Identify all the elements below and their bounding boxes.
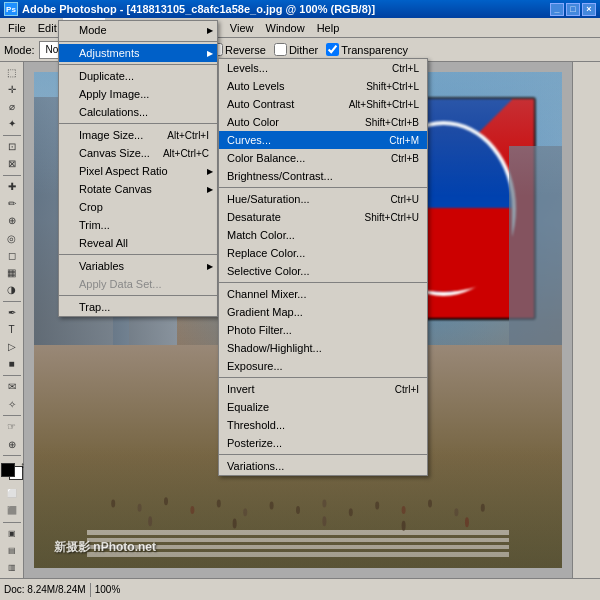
tool-magic-wand[interactable]: ✦ — [2, 115, 22, 131]
tool-dodge[interactable]: ◑ — [2, 281, 22, 297]
menu-item-canvas-size[interactable]: Canvas Size... Alt+Ctrl+C — [59, 144, 217, 162]
tool-eraser[interactable]: ◻ — [2, 247, 22, 263]
tool-screen-mode-2[interactable]: ▤ — [2, 543, 22, 559]
submenu-levels[interactable]: Levels... Ctrl+L — [219, 59, 427, 77]
title-bar: Ps Adobe Photoshop - [418813105_c8afc1a5… — [0, 0, 600, 18]
maximize-button[interactable]: □ — [566, 3, 580, 16]
tool-gradient[interactable]: ▦ — [2, 264, 22, 280]
submenu-curves[interactable]: Curves... Ctrl+M — [219, 131, 427, 149]
tool-quickmask-on[interactable]: ⬛ — [2, 502, 22, 518]
tool-slice[interactable]: ⊠ — [2, 156, 22, 172]
svg-point-6 — [270, 502, 274, 510]
submenu-replace-color[interactable]: Replace Color... — [219, 244, 427, 262]
submenu-posterize[interactable]: Posterize... — [219, 434, 427, 452]
building-3 — [509, 146, 562, 344]
toolbar-separator-4 — [3, 375, 21, 376]
menu-view[interactable]: View — [224, 18, 260, 38]
menu-item-pixel-aspect[interactable]: Pixel Aspect Ratio — [59, 162, 217, 180]
tool-hand[interactable]: ☞ — [2, 419, 22, 435]
tool-history[interactable]: ◎ — [2, 230, 22, 246]
tool-notes[interactable]: ✉ — [2, 379, 22, 395]
tool-shape[interactable]: ■ — [2, 356, 22, 372]
submenu-auto-color[interactable]: Auto Color Shift+Ctrl+B — [219, 113, 427, 131]
submenu-invert[interactable]: Invert Ctrl+I — [219, 380, 427, 398]
tool-zoom[interactable]: ⊕ — [2, 436, 22, 452]
submenu-variations[interactable]: Variations... — [219, 457, 427, 475]
status-bar: Doc: 8.24M/8.24M 100% — [0, 578, 600, 600]
status-zoom: 100% — [95, 584, 121, 595]
menu-item-trap[interactable]: Trap... — [59, 298, 217, 316]
tool-lasso[interactable]: ⌀ — [2, 98, 22, 114]
tool-screen-mode[interactable]: ▣ — [2, 525, 22, 541]
menu-item-reveal-all[interactable]: Reveal All — [59, 234, 217, 252]
submenu-color-balance[interactable]: Color Balance... Ctrl+B — [219, 149, 427, 167]
submenu-selective-color[interactable]: Selective Color... — [219, 262, 427, 280]
menu-item-variables[interactable]: Variables — [59, 257, 217, 275]
submenu-auto-contrast[interactable]: Auto Contrast Alt+Shift+Ctrl+L — [219, 95, 427, 113]
menu-item-apply-data[interactable]: Apply Data Set... — [59, 275, 217, 293]
submenu-auto-levels[interactable]: Auto Levels Shift+Ctrl+L — [219, 77, 427, 95]
reverse-option[interactable]: Reverse — [210, 43, 266, 56]
submenu-hue-saturation[interactable]: Hue/Saturation... Ctrl+U — [219, 190, 427, 208]
menu-help[interactable]: Help — [311, 18, 346, 38]
tool-screen-mode-3[interactable]: ▥ — [2, 560, 22, 576]
menu-item-rotate-canvas[interactable]: Rotate Canvas — [59, 180, 217, 198]
status-right: 100% — [95, 584, 121, 595]
menu-item-trim[interactable]: Trim... — [59, 216, 217, 234]
dither-option[interactable]: Dither — [274, 43, 318, 56]
transparency-option[interactable]: Transparency — [326, 43, 408, 56]
toolbar: ⬚ ✛ ⌀ ✦ ⊡ ⊠ ✚ ✏ ⊕ ◎ ◻ ▦ ◑ ✒ T ▷ ■ ✉ ✧ ☞ … — [0, 62, 24, 578]
close-button[interactable]: × — [582, 3, 596, 16]
submenu-brightness-contrast[interactable]: Brightness/Contrast... — [219, 167, 427, 185]
transparency-checkbox[interactable] — [326, 43, 339, 56]
title-text: Adobe Photoshop - [418813105_c8afc1a58e_… — [22, 3, 375, 15]
menu-item-mode[interactable]: Mode — [59, 21, 217, 39]
submenu-desaturate[interactable]: Desaturate Shift+Ctrl+U — [219, 208, 427, 226]
minimize-button[interactable]: _ — [550, 3, 564, 16]
submenu-equalize[interactable]: Equalize — [219, 398, 427, 416]
tool-quickmask-off[interactable]: ⬜ — [2, 485, 22, 501]
image-menu-dropdown[interactable]: Mode Adjustments Duplicate... Apply Imag… — [58, 20, 218, 317]
dropdown-sep — [59, 41, 217, 42]
tool-eyedropper[interactable]: ✧ — [2, 396, 22, 412]
submenu-shadow-highlight[interactable]: Shadow/Highlight... — [219, 339, 427, 357]
submenu-channel-mixer[interactable]: Channel Mixer... — [219, 285, 427, 303]
adjustments-submenu[interactable]: Levels... Ctrl+L Auto Levels Shift+Ctrl+… — [218, 58, 428, 476]
tool-brush[interactable]: ✏ — [2, 196, 22, 212]
tool-crop[interactable]: ⊡ — [2, 138, 22, 154]
watermark: 新摄影 nPhoto.net — [54, 539, 156, 556]
menu-item-calculations[interactable]: Calculations... — [59, 103, 217, 121]
submenu-gradient-map[interactable]: Gradient Map... — [219, 303, 427, 321]
tool-text[interactable]: T — [2, 322, 22, 338]
svg-point-19 — [465, 517, 469, 527]
submenu-match-color[interactable]: Match Color... — [219, 226, 427, 244]
svg-point-15 — [148, 516, 152, 526]
dither-checkbox[interactable] — [274, 43, 287, 56]
menu-item-crop[interactable]: Crop — [59, 198, 217, 216]
tool-clone[interactable]: ⊕ — [2, 213, 22, 229]
svg-point-7 — [296, 506, 300, 514]
submenu-sep — [219, 377, 427, 378]
svg-point-17 — [322, 516, 326, 526]
menu-window[interactable]: Window — [260, 18, 311, 38]
submenu-photo-filter[interactable]: Photo Filter... — [219, 321, 427, 339]
tool-pen[interactable]: ✒ — [2, 304, 22, 320]
menu-item-adjustments[interactable]: Adjustments — [59, 44, 217, 62]
submenu-exposure[interactable]: Exposure... — [219, 357, 427, 375]
right-panel — [572, 62, 600, 578]
menu-item-image-size[interactable]: Image Size... Alt+Ctrl+I — [59, 126, 217, 144]
submenu-threshold[interactable]: Threshold... — [219, 416, 427, 434]
menu-item-apply-image[interactable]: Apply Image... — [59, 85, 217, 103]
tool-path[interactable]: ▷ — [2, 339, 22, 355]
svg-point-9 — [349, 508, 353, 516]
toolbar-separator-1 — [3, 135, 21, 136]
menu-item-duplicate[interactable]: Duplicate... — [59, 67, 217, 85]
crowd-svg — [34, 490, 562, 535]
svg-point-5 — [243, 508, 247, 516]
menu-file[interactable]: File — [2, 18, 32, 38]
tool-move[interactable]: ✛ — [2, 81, 22, 97]
svg-point-13 — [454, 508, 458, 516]
tool-healing[interactable]: ✚ — [2, 179, 22, 195]
tool-marquee[interactable]: ⬚ — [2, 64, 22, 80]
foreground-color-box[interactable] — [1, 463, 15, 477]
